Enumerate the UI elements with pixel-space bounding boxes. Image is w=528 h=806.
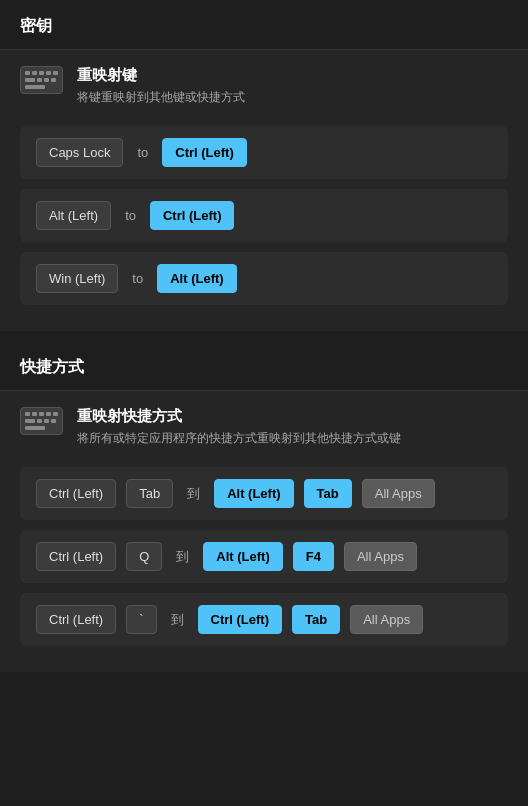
section-title-shortcuts: 快捷方式 bbox=[0, 341, 528, 391]
feature-text-shortcuts: 重映射快捷方式 将所有或特定应用程序的快捷方式重映射到其他快捷方式或键 bbox=[77, 407, 401, 447]
shortcut-from-ctrl-1[interactable]: Ctrl (Left) bbox=[36, 479, 116, 508]
remap-row-2: Alt (Left) to Ctrl (Left) bbox=[20, 189, 508, 242]
from-key-win-left[interactable]: Win (Left) bbox=[36, 264, 118, 293]
shortcut-from-ctrl-2[interactable]: Ctrl (Left) bbox=[36, 542, 116, 571]
to-key-alt-left-3[interactable]: Alt (Left) bbox=[157, 264, 236, 293]
feature-desc-keys: 将键重映射到其他键或快捷方式 bbox=[77, 89, 245, 106]
shortcut-from-ctrl-3[interactable]: Ctrl (Left) bbox=[36, 605, 116, 634]
remap-keys-block: 重映射键 将键重映射到其他键或快捷方式 Caps Lock to Ctrl (L… bbox=[0, 50, 528, 331]
section-gap bbox=[0, 331, 528, 341]
shortcut-to-label-3: 到 bbox=[171, 611, 184, 629]
shortcut-to-label-1: 到 bbox=[187, 485, 200, 503]
shortcut-from-q-2[interactable]: Q bbox=[126, 542, 162, 571]
shortcut-to-alt-2[interactable]: Alt (Left) bbox=[203, 542, 282, 571]
shortcut-to-f4-2[interactable]: F4 bbox=[293, 542, 334, 571]
shortcut-from-backtick-3[interactable]: ` bbox=[126, 605, 156, 634]
from-key-alt-left[interactable]: Alt (Left) bbox=[36, 201, 111, 230]
to-label-1: to bbox=[137, 145, 148, 160]
to-key-ctrl-left-1[interactable]: Ctrl (Left) bbox=[162, 138, 247, 167]
shortcut-to-ctrl-3[interactable]: Ctrl (Left) bbox=[198, 605, 283, 634]
shortcut-row-2: Ctrl (Left) Q 到 Alt (Left) F4 All Apps bbox=[20, 530, 508, 583]
feature-title-shortcuts: 重映射快捷方式 bbox=[77, 407, 401, 426]
shortcut-row-1: Ctrl (Left) Tab 到 Alt (Left) Tab All App… bbox=[20, 467, 508, 520]
shortcuts-block: 重映射快捷方式 将所有或特定应用程序的快捷方式重映射到其他快捷方式或键 Ctrl… bbox=[0, 391, 528, 672]
shortcut-to-tab-1[interactable]: Tab bbox=[304, 479, 352, 508]
to-key-ctrl-left-2[interactable]: Ctrl (Left) bbox=[150, 201, 235, 230]
to-label-3: to bbox=[132, 271, 143, 286]
shortcut-from-tab-1[interactable]: Tab bbox=[126, 479, 173, 508]
feature-text-keys: 重映射键 将键重映射到其他键或快捷方式 bbox=[77, 66, 245, 106]
shortcut-to-label-2: 到 bbox=[176, 548, 189, 566]
section-title-keys: 密钥 bbox=[0, 0, 528, 50]
keyboard-icon-shortcuts bbox=[20, 407, 63, 435]
shortcut-app-1[interactable]: All Apps bbox=[362, 479, 435, 508]
section-remap-keys: 密钥 bbox=[0, 0, 528, 331]
shortcut-to-tab-3[interactable]: Tab bbox=[292, 605, 340, 634]
keyboard-icon-keys bbox=[20, 66, 63, 94]
to-label-2: to bbox=[125, 208, 136, 223]
shortcut-app-3[interactable]: All Apps bbox=[350, 605, 423, 634]
shortcut-row-3: Ctrl (Left) ` 到 Ctrl (Left) Tab All Apps bbox=[20, 593, 508, 646]
remap-row-3: Win (Left) to Alt (Left) bbox=[20, 252, 508, 305]
from-key-capslock[interactable]: Caps Lock bbox=[36, 138, 123, 167]
section-shortcuts: 快捷方式 bbox=[0, 341, 528, 672]
remap-row-1: Caps Lock to Ctrl (Left) bbox=[20, 126, 508, 179]
feature-desc-shortcuts: 将所有或特定应用程序的快捷方式重映射到其他快捷方式或键 bbox=[77, 430, 401, 447]
feature-header-shortcuts: 重映射快捷方式 将所有或特定应用程序的快捷方式重映射到其他快捷方式或键 bbox=[20, 407, 508, 447]
shortcut-to-alt-1[interactable]: Alt (Left) bbox=[214, 479, 293, 508]
shortcut-app-2[interactable]: All Apps bbox=[344, 542, 417, 571]
feature-title-keys: 重映射键 bbox=[77, 66, 245, 85]
feature-header-keys: 重映射键 将键重映射到其他键或快捷方式 bbox=[20, 66, 508, 106]
